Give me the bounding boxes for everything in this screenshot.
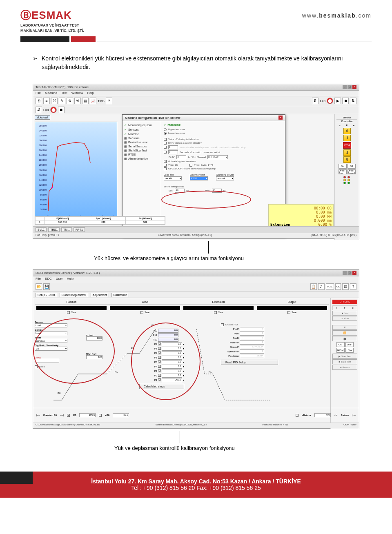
down-button[interactable]: ▼: [332, 325, 357, 330]
pid-input[interactable]: 737419.24: [240, 345, 264, 349]
p-input[interactable]: 0.0: [158, 329, 178, 333]
tool-icon[interactable]: ⇵: [312, 98, 318, 104]
tool-icon[interactable]: 📋: [310, 283, 317, 290]
vreturn-checkbox[interactable]: [296, 414, 298, 417]
tool-icon[interactable]: ▶: [334, 98, 341, 104]
p-chk[interactable]: ✓: [158, 356, 161, 359]
menu-help[interactable]: Help: [87, 91, 94, 96]
tool-icon[interactable]: ▤: [342, 283, 349, 290]
on-button[interactable]: On: [339, 164, 347, 169]
ol-label[interactable]: OL: [335, 283, 341, 290]
p-input[interactable]: 0.0: [162, 360, 182, 364]
tare-checkbox[interactable]: [140, 311, 143, 314]
tab[interactable]: TM...: [61, 227, 72, 232]
maximize-button[interactable]: □: [347, 271, 352, 275]
down-fast-button[interactable]: ⤋: [343, 156, 351, 163]
p-input[interactable]: 0.0: [158, 338, 178, 342]
tab-closedloop[interactable]: Closed loop control: [60, 293, 88, 297]
tab-setup[interactable]: Setup - Editor: [36, 293, 57, 297]
p-chk[interactable]: ✓: [158, 369, 161, 372]
stop-button[interactable]: ⬤: [332, 336, 357, 341]
tab[interactable]: TRS1: [48, 227, 60, 232]
io-select[interactable]: BitInOut2▾: [207, 155, 228, 159]
help-icon[interactable]: ?: [350, 283, 356, 290]
tool-icon[interactable]: ✎: [59, 98, 65, 104]
off-button[interactable]: OFF: [345, 342, 354, 347]
p-input[interactable]: 0.0: [162, 356, 182, 360]
menu-test[interactable]: Test: [61, 91, 67, 96]
loadcell-select[interactable]: xxx kN▾: [164, 176, 182, 180]
pid-input[interactable]: 0: [240, 349, 264, 354]
beep-checkbox[interactable]: [35, 365, 38, 368]
tree-item[interactable]: ▦Start/Stop Test: [124, 149, 159, 153]
tree-item[interactable]: ✓Measuring equipm: [124, 123, 159, 127]
calc-steps-button[interactable]: Calculated steps: [139, 384, 184, 389]
checkbox[interactable]: [164, 138, 167, 141]
pid-input[interactable]: 0: [240, 336, 264, 340]
checkbox[interactable]: [164, 142, 167, 145]
up-fast-button[interactable]: ⤊: [343, 128, 351, 134]
tree-item[interactable]: ▦Protection door: [124, 140, 159, 145]
menu-user[interactable]: User: [56, 277, 63, 281]
pid-input[interactable]: 0: [240, 340, 264, 345]
tree-item[interactable]: ▦Serial Sensors: [124, 145, 159, 149]
p-input[interactable]: 0.0: [158, 333, 178, 337]
stop-icon[interactable]: ⬤: [327, 98, 333, 104]
enable-pid-checkbox[interactable]: [221, 323, 224, 326]
tool-icon[interactable]: ⌘: [51, 98, 58, 104]
minimize-button[interactable]: -: [343, 85, 347, 89]
p-chk[interactable]: ✓: [158, 365, 161, 368]
vp0-input[interactable]: 50.0: [113, 413, 129, 417]
p-input[interactable]: 0.0: [162, 369, 182, 373]
min-input[interactable]: 40: [175, 189, 185, 193]
p-input[interactable]: 0.0: [162, 351, 182, 355]
menu-help[interactable]: Help: [67, 277, 74, 281]
checkbox-activate[interactable]: ✓: [164, 160, 167, 163]
radio-upper[interactable]: [164, 128, 167, 131]
seconds-input[interactable]: 1: [168, 145, 178, 149]
low-button[interactable]: LOW: [345, 348, 354, 353]
return-button[interactable]: ↩ Return: [332, 365, 357, 370]
p-input[interactable]: 0.0: [162, 365, 182, 369]
dpot-pos[interactable]: DPOT Pos.: [339, 169, 347, 174]
open-icon[interactable]: 📂: [36, 283, 42, 290]
down-button[interactable]: ⬇: [343, 149, 351, 156]
up-button[interactable]: ⬆: [343, 135, 351, 141]
checkbox[interactable]: [164, 151, 167, 154]
tool-icon[interactable]: ⏺: [342, 98, 349, 104]
close-icon[interactable]: ×: [278, 116, 283, 120]
tool-icon[interactable]: ⚒: [74, 98, 81, 104]
p-input[interactable]: 0.0: [162, 374, 182, 378]
tool-icon[interactable]: ⤴: [318, 283, 325, 290]
checkbox[interactable]: [189, 164, 192, 167]
off-button[interactable]: Off: [347, 164, 356, 169]
tree-item[interactable]: ▦RTSS: [124, 153, 159, 157]
clamping-select[interactable]: besmak▾: [216, 176, 234, 180]
tab[interactable]: RPT1: [74, 227, 85, 232]
checkbox[interactable]: [164, 167, 167, 170]
down-fast-button[interactable]: ⏬: [332, 330, 357, 336]
vp0-checkbox[interactable]: [99, 414, 102, 417]
bit-input[interactable]: 3: [176, 155, 186, 159]
seconds-input[interactable]: 0: [168, 150, 178, 154]
tool-icon[interactable]: ≡: [43, 98, 50, 104]
p-chk[interactable]: ✓: [158, 360, 161, 363]
tool-icon[interactable]: ⇅: [350, 98, 356, 104]
p-chk[interactable]: ✓: [158, 347, 161, 350]
tool-icon[interactable]: ⏺: [58, 107, 65, 113]
extensometer-select[interactable]: RTSS▾: [190, 176, 208, 180]
tree-item[interactable]: ✓Sensors: [124, 127, 159, 132]
stop-button[interactable]: STOP: [343, 142, 351, 149]
high-button[interactable]: HIGH: [336, 348, 345, 353]
help-icon[interactable]: ?: [106, 98, 112, 104]
p-input[interactable]: 0.0: [162, 342, 182, 346]
fast-button[interactable]: ▲ fast: [332, 311, 357, 316]
tare-checkbox[interactable]: [67, 311, 70, 314]
tool-icon[interactable]: 📈: [90, 98, 96, 104]
pid-input[interactable]: 0: [240, 327, 264, 331]
close-button[interactable]: ×: [352, 271, 356, 275]
on-button[interactable]: ON: [336, 342, 345, 347]
p-input[interactable]: 0.0: [162, 347, 182, 351]
pid-input[interactable]: 0: [240, 332, 264, 336]
tree-item[interactable]: ▦Alarm detection: [124, 157, 159, 161]
